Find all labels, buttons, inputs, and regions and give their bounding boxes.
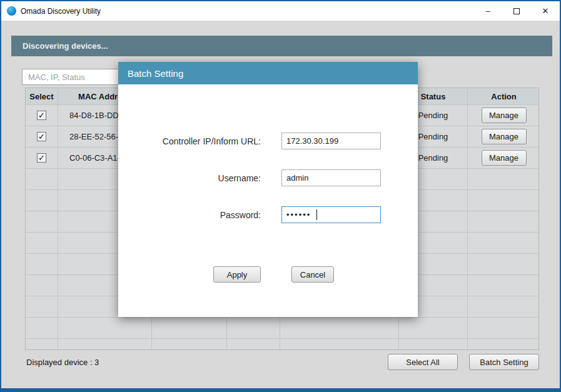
cell: [399, 339, 468, 350]
username-label: Username:: [118, 173, 261, 183]
username-input[interactable]: [281, 169, 381, 186]
status-banner-text: Discovering devices...: [23, 41, 108, 51]
batch-setting-button[interactable]: Batch Setting: [469, 354, 539, 370]
manage-button[interactable]: Manage: [482, 129, 527, 144]
cell: [152, 318, 227, 339]
column-header-action: Action: [468, 88, 539, 105]
maximize-button[interactable]: [502, 1, 531, 21]
app-logo-icon: [7, 6, 16, 16]
cancel-button[interactable]: Cancel: [291, 266, 334, 283]
cell: [26, 233, 58, 254]
cell: [468, 339, 539, 350]
window-controls: – ✕: [473, 1, 560, 21]
cell: [26, 318, 58, 339]
row-checkbox[interactable]: ✓: [37, 132, 46, 141]
cell: [280, 318, 399, 339]
cell: [468, 169, 539, 190]
titlebar: Omada Discovery Utility – ✕: [1, 1, 560, 21]
cell: [280, 339, 399, 350]
cell: [26, 296, 58, 318]
cell: [468, 318, 539, 339]
username-field-row: Username:: [118, 169, 418, 186]
displayed-device-count: Displayed device : 3: [26, 358, 99, 367]
manage-button[interactable]: Manage: [482, 108, 527, 123]
cell: [468, 275, 539, 296]
dialog-body: Controller IP/Inform URL: Username: Pass…: [118, 84, 418, 317]
controller-url-field-row: Controller IP/Inform URL:: [118, 133, 418, 149]
cell: [227, 318, 280, 339]
cell: [26, 275, 58, 296]
password-label: Password:: [118, 210, 261, 220]
select-all-button[interactable]: Select All: [388, 354, 458, 370]
manage-button[interactable]: Manage: [482, 150, 527, 166]
row-checkbox[interactable]: ✓: [37, 153, 46, 163]
row-checkbox[interactable]: ✓: [37, 111, 46, 120]
cell: [468, 190, 539, 211]
password-input[interactable]: [281, 206, 381, 223]
close-button[interactable]: ✕: [531, 1, 560, 21]
controller-url-input[interactable]: [281, 133, 381, 149]
cell: [58, 318, 152, 339]
batch-setting-dialog: Batch Setting Controller IP/Inform URL: …: [118, 62, 418, 317]
cell: Manage: [468, 105, 539, 126]
cell: [227, 339, 280, 350]
cell: ✓: [26, 148, 58, 169]
cell: [399, 318, 468, 339]
cell: [58, 339, 152, 350]
dialog-title: Batch Setting: [128, 68, 183, 79]
cell: [26, 211, 58, 233]
window-title: Omada Discovery Utility: [21, 7, 101, 16]
dialog-header: Batch Setting: [118, 62, 418, 84]
apply-button[interactable]: Apply: [213, 266, 261, 283]
cell: [26, 190, 58, 211]
cell: [26, 339, 58, 350]
cell: [26, 254, 58, 275]
column-header-select: Select: [26, 88, 58, 105]
cell: Manage: [468, 148, 539, 169]
cell: [468, 211, 539, 233]
cell: [468, 233, 539, 254]
text-cursor: [316, 209, 317, 220]
controller-url-label: Controller IP/Inform URL:: [118, 136, 261, 146]
cell: ✓: [26, 105, 58, 126]
cell: [468, 254, 539, 275]
cell: [468, 296, 539, 318]
maximize-icon: [513, 8, 520, 14]
empty-table-row: [26, 339, 538, 350]
password-field-row: Password:: [118, 206, 418, 223]
status-banner: Discovering devices...: [11, 36, 552, 56]
cell: ✓: [26, 126, 58, 148]
cell: Manage: [468, 126, 539, 148]
cell: [152, 339, 227, 350]
empty-table-row: [26, 318, 538, 339]
minimize-button[interactable]: –: [473, 1, 502, 21]
cell: [26, 169, 58, 190]
app-window: Omada Discovery Utility – ✕ Discovering …: [0, 0, 561, 392]
